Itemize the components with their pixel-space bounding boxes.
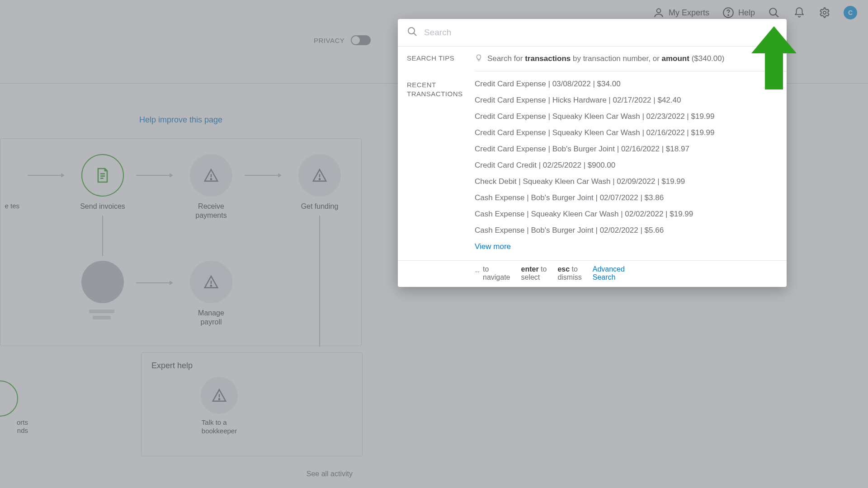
nav-hint: to navigate [483,265,510,282]
list-item[interactable]: Credit Card Expense | Squeaky Kleen Car … [475,108,778,125]
annotation-arrow-icon [750,26,797,89]
list-item[interactable]: Check Debit | Squeaky Kleen Car Wash | 0… [475,174,778,190]
list-item[interactable]: Credit Card Expense | Hicks Hardware | 0… [475,92,778,108]
list-item[interactable]: Credit Card Expense | Squeaky Kleen Car … [475,125,778,141]
search-footer: ˄˅ to navigate enter to select esc to di… [398,260,787,287]
list-item[interactable]: Credit Card Expense | Bob's Burger Joint… [475,141,778,157]
search-icon [407,26,418,39]
recent-transactions-list: Credit Card Expense | 03/08/2022 | $34.0… [475,71,787,260]
list-item[interactable]: Cash Expense | Bob's Burger Joint | 02/0… [475,222,778,239]
updown-icon: ˄˅ [475,270,479,277]
recent-transactions-label: RECENT TRANSACTIONS [398,71,475,260]
list-item[interactable]: Cash Expense | Squeaky Kleen Car Wash | … [475,206,778,222]
advanced-search-link[interactable]: Advanced Search [593,265,625,282]
svg-point-9 [408,28,415,34]
list-item[interactable]: Credit Card Expense | 03/08/2022 | $34.0… [475,76,778,92]
search-tips-text: Search for transactions by transaction n… [487,54,724,63]
list-item[interactable]: Cash Expense | Bob's Burger Joint | 02/0… [475,190,778,206]
lightbulb-icon [475,54,483,64]
search-input[interactable] [424,28,778,38]
view-more-link[interactable]: View more [475,239,778,257]
search-tips-label: SEARCH TIPS [398,47,475,71]
search-tips-row: Search for transactions by transaction n… [475,47,787,71]
search-popover: SEARCH TIPS Search for transactions by t… [398,19,787,287]
list-item[interactable]: Credit Card Credit | 02/25/2022 | $900.0… [475,157,778,174]
